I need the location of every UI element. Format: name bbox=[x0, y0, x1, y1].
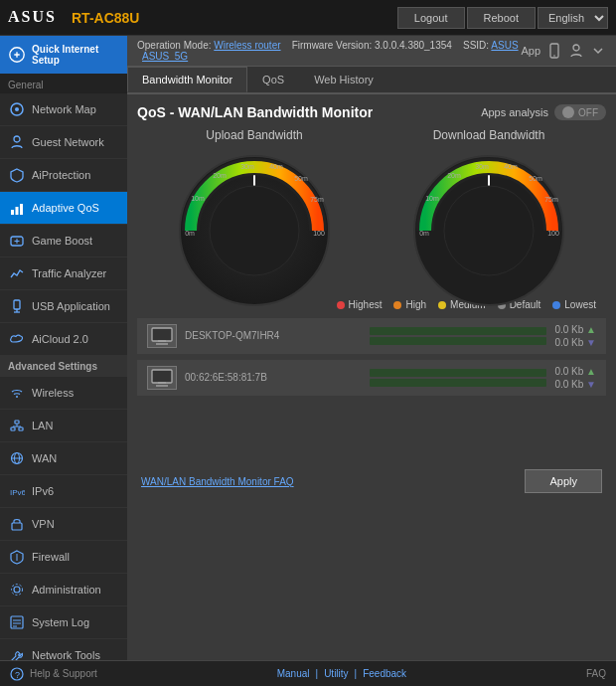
faq-link[interactable]: WAN/LAN Bandwidth Monitor FAQ bbox=[141, 476, 294, 487]
reboot-button[interactable]: Reboot bbox=[467, 7, 536, 29]
lowest-label: Lowest bbox=[564, 299, 596, 310]
qos-title: QoS - WAN/LAN Bandwidth Monitor bbox=[137, 104, 373, 120]
upload-value-0: 0.0 Kb ▲ bbox=[554, 324, 596, 335]
sidebar-item-traffic-analyzer[interactable]: Traffic Analyzer bbox=[0, 257, 127, 290]
upload-bar-1 bbox=[370, 369, 546, 377]
sidebar-item-usb-application[interactable]: USB Application bbox=[0, 290, 127, 323]
wireless-label: Wireless bbox=[32, 387, 74, 399]
footer-links: Manual | Utility | Feedback bbox=[277, 668, 406, 679]
svg-point-14 bbox=[16, 396, 18, 398]
sidebar-item-ipv6[interactable]: IPv6 IPv6 bbox=[0, 475, 127, 508]
svg-text:20m: 20m bbox=[213, 172, 227, 179]
firewall-icon bbox=[8, 548, 26, 566]
utility-link[interactable]: Utility bbox=[324, 668, 348, 679]
svg-text:20m: 20m bbox=[447, 172, 461, 179]
ipv6-label: IPv6 bbox=[32, 485, 54, 497]
wan-label: WAN bbox=[32, 452, 57, 464]
svg-point-3 bbox=[15, 107, 19, 111]
language-select[interactable]: English bbox=[538, 7, 608, 29]
svg-text:50m: 50m bbox=[294, 175, 308, 182]
arrow-icon bbox=[590, 43, 606, 59]
sidebar-item-wan[interactable]: WAN bbox=[0, 442, 127, 475]
ssid-asus[interactable]: ASUS bbox=[491, 40, 518, 51]
sidebar-item-system-log[interactable]: System Log bbox=[0, 606, 127, 639]
adaptive-qos-label: Adaptive QoS bbox=[32, 202, 99, 214]
sidebar-item-guest-network[interactable]: Guest Network bbox=[0, 126, 127, 159]
lowest-dot bbox=[552, 301, 560, 309]
apps-analysis-label: Apps analysis bbox=[481, 106, 548, 118]
sidebar-item-network-tools[interactable]: Network Tools bbox=[0, 639, 127, 660]
model-name: RT-AC88U bbox=[72, 10, 139, 26]
logout-button[interactable]: Logout bbox=[397, 7, 465, 29]
aiprotection-label: AiProtection bbox=[32, 169, 90, 181]
info-bar-text: Operation Mode: Wireless router Firmware… bbox=[137, 40, 521, 62]
highest-dot bbox=[337, 301, 345, 309]
apps-analysis: Apps analysis OFF bbox=[481, 104, 606, 120]
administration-icon bbox=[8, 581, 26, 599]
brand-name: ASUS bbox=[8, 6, 56, 30]
svg-text:75m: 75m bbox=[310, 196, 324, 203]
svg-rect-6 bbox=[16, 207, 19, 215]
tab-web-history[interactable]: Web History bbox=[299, 67, 388, 92]
sidebar-item-aicloud[interactable]: AiCloud 2.0 bbox=[0, 323, 127, 356]
svg-text:10m: 10m bbox=[191, 195, 205, 202]
sidebar-item-firewall[interactable]: Firewall bbox=[0, 541, 127, 574]
vpn-label: VPN bbox=[32, 518, 55, 530]
footer-faq[interactable]: FAQ bbox=[586, 668, 606, 679]
svg-rect-7 bbox=[20, 204, 23, 215]
sidebar-item-lan[interactable]: LAN bbox=[0, 410, 127, 442]
sidebar-item-network-map[interactable]: Network Map bbox=[0, 93, 127, 126]
quick-setup-label: Quick Internet Setup bbox=[32, 44, 119, 66]
feedback-link[interactable]: Feedback bbox=[363, 668, 406, 679]
help-support-label: Help & Support bbox=[30, 668, 97, 679]
sidebar-item-adaptive-qos[interactable]: Adaptive QoS bbox=[0, 192, 127, 225]
header-actions: Logout Reboot English bbox=[397, 7, 616, 29]
legend-highest: Highest bbox=[337, 299, 383, 310]
download-value-0: 0.0 Kb ▼ bbox=[554, 337, 596, 348]
svg-point-28 bbox=[14, 587, 20, 593]
apply-bar: WAN/LAN Bandwidth Monitor FAQ Apply bbox=[137, 461, 606, 497]
operation-mode-value[interactable]: Wireless router bbox=[214, 40, 280, 51]
aiprotection-icon bbox=[8, 166, 26, 184]
svg-point-4 bbox=[14, 136, 20, 142]
sidebar-item-game-boost[interactable]: Game Boost bbox=[0, 225, 127, 257]
footer: ? Help & Support Manual | Utility | Feed… bbox=[0, 660, 616, 686]
sidebar-item-aiprotection[interactable]: AiProtection bbox=[0, 159, 127, 192]
guest-network-icon bbox=[8, 133, 26, 151]
tab-qos[interactable]: QoS bbox=[247, 67, 299, 92]
vpn-icon bbox=[8, 515, 26, 533]
svg-text:50m: 50m bbox=[529, 175, 542, 182]
tab-bandwidth-monitor[interactable]: Bandwidth Monitor bbox=[127, 67, 247, 92]
high-label: High bbox=[405, 299, 426, 310]
svg-rect-26 bbox=[12, 523, 22, 530]
svg-text:0m: 0m bbox=[185, 230, 195, 237]
footer-help: ? Help & Support bbox=[10, 667, 97, 681]
game-boost-icon bbox=[8, 232, 26, 250]
download-label: Download Bandwidth bbox=[433, 128, 545, 142]
sidebar-item-vpn[interactable]: VPN bbox=[0, 508, 127, 541]
usb-application-icon bbox=[8, 297, 26, 315]
ssid-asus-5g[interactable]: ASUS_5G bbox=[142, 51, 188, 62]
sidebar-item-administration[interactable]: Administration bbox=[0, 574, 127, 606]
traffic-analyzer-icon bbox=[8, 264, 26, 282]
svg-text:100: 100 bbox=[547, 230, 559, 237]
apply-button[interactable]: Apply bbox=[525, 469, 602, 493]
svg-rect-15 bbox=[11, 428, 15, 430]
svg-rect-17 bbox=[15, 421, 19, 424]
advanced-settings-label: Advanced Settings bbox=[0, 356, 127, 377]
traffic-analyzer-label: Traffic Analyzer bbox=[32, 267, 106, 279]
manual-link[interactable]: Manual bbox=[277, 668, 310, 679]
device-icon-1 bbox=[147, 366, 177, 390]
sidebar-item-wireless[interactable]: Wireless bbox=[0, 377, 127, 410]
firmware-value: 3.0.0.4.380_1354 bbox=[375, 40, 452, 51]
apps-analysis-toggle[interactable]: OFF bbox=[554, 104, 606, 120]
svg-text:40m: 40m bbox=[269, 163, 283, 170]
svg-text:0m: 0m bbox=[419, 230, 429, 237]
upload-gauge: 0m 10m 20m 30m 40m 50m 75m 100 bits per … bbox=[170, 146, 339, 275]
svg-text:ASUS: ASUS bbox=[8, 8, 56, 25]
device-row-1: 00:62:6E:58:81:7B 0.0 Kb ▲ 0.0 Kb ▼ bbox=[137, 360, 606, 396]
ssid-label: SSID: bbox=[463, 40, 489, 51]
quick-internet-setup[interactable]: Quick Internet Setup bbox=[0, 36, 127, 74]
firewall-label: Firewall bbox=[32, 551, 70, 563]
svg-point-64 bbox=[444, 186, 534, 275]
